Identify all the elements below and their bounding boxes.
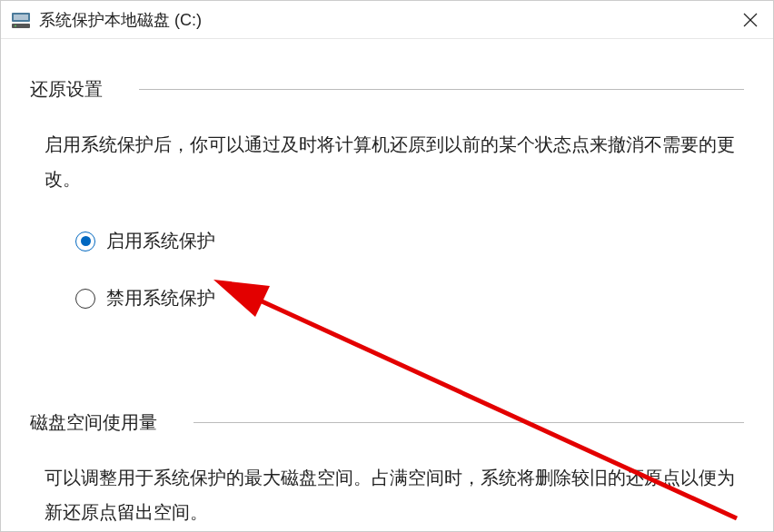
titlebar: 系统保护本地磁盘 (C:) [1,1,773,39]
enable-protection-label: 启用系统保护 [106,229,215,253]
radio-selected-icon [75,232,95,251]
disk-usage-section: 磁盘空间使用量 可以调整用于系统保护的最大磁盘空间。占满空间时，系统将删除较旧的… [30,410,744,529]
divider [194,422,744,423]
disable-protection-label: 禁用系统保护 [106,286,215,310]
system-protection-icon [12,11,30,29]
content-area: 还原设置 启用系统保护后，你可以通过及时将计算机还原到以前的某个状态点来撤消不需… [1,39,773,529]
svg-rect-1 [14,15,28,20]
restore-settings-section: 还原设置 启用系统保护后，你可以通过及时将计算机还原到以前的某个状态点来撤消不需… [30,77,744,310]
close-button[interactable] [740,10,760,30]
window-title: 系统保护本地磁盘 (C:) [39,9,202,31]
restore-settings-description: 启用系统保护后，你可以通过及时将计算机还原到以前的某个状态点来撤消不需要的更改。 [45,127,735,196]
close-icon [743,13,758,27]
disable-system-protection-radio[interactable]: 禁用系统保护 [75,286,744,310]
divider [139,89,744,90]
restore-settings-heading: 还原设置 [30,77,103,102]
enable-system-protection-radio[interactable]: 启用系统保护 [75,229,744,253]
protection-radio-group: 启用系统保护 禁用系统保护 [75,229,744,310]
disk-usage-heading: 磁盘空间使用量 [30,410,157,435]
disk-usage-description: 可以调整用于系统保护的最大磁盘空间。占满空间时，系统将删除较旧的还原点以便为新还… [45,460,735,529]
radio-unselected-icon [75,289,95,309]
svg-point-3 [15,25,16,26]
